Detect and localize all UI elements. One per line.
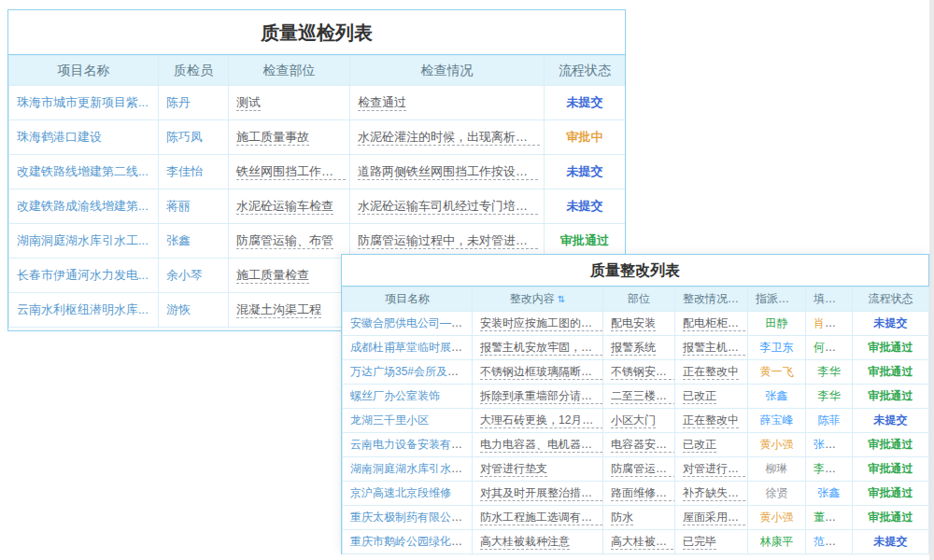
rectify-content-field[interactable]: 对管进行垫支 [480,462,547,477]
rectify-part-field-cell: 防腐管运输... [603,457,675,482]
column-header-label: 部位 [628,292,650,305]
rectify-content-field-cell: 对其及时开展整治措施，桥头... [473,482,603,506]
check-situation-field[interactable]: 防腐管运输过程中，未对管进行... [358,233,538,249]
reporter-name[interactable]: 张鑫 [818,486,841,499]
sort-icon[interactable]: ⇅ [558,294,565,304]
inspection-row: 珠海市城市更新项目紫...陈丹测试检查通过未提交 [9,86,626,120]
rectify-part-field[interactable]: 路面维修检... [611,486,675,501]
rectify-content-field[interactable]: 安装时应按施工图的布置，将... [480,316,603,331]
inspector-name[interactable]: 陈丹 [166,95,191,109]
project-link[interactable]: 湖南洞庭湖水库引水工程施工1标 [350,462,473,475]
reporter-name[interactable]: 董清平 [814,511,847,524]
project-link[interactable]: 龙湖三千里小区 [350,413,429,427]
check-part-field[interactable]: 施工质量检查 [236,268,309,284]
rectify-part-field[interactable]: 电容器安装... [611,438,675,453]
rectify-content-field[interactable]: 报警主机安放牢固，线缆连接... [480,341,603,356]
assignee-name[interactable]: 林康平 [760,535,794,548]
rectify-part-field[interactable]: 不锈钢安装... [611,365,675,380]
rectify-feedback-field-cell: 已改正 [675,433,748,457]
rectify-content-field[interactable]: 高大桂被栽种注意 [480,535,570,550]
rectify-content-field[interactable]: 防水工程施工选调有专业资质... [480,511,603,525]
reporter-name[interactable]: 范思哲 [814,535,847,548]
rectify-content-field[interactable]: 大理石砖更换，12月31日之... [480,413,603,428]
assignee-name[interactable]: 薛宝峰 [760,413,794,427]
rectify-feedback-field[interactable]: 报警主机安放... [683,341,748,356]
rectify-content-field-cell: 安装时应按施工图的布置，将... [473,312,603,336]
inspector-name[interactable]: 陈巧凤 [166,130,203,144]
project-link[interactable]: 螺丝厂办公室装饰 [350,389,440,402]
check-situation-field[interactable]: 水泥砼运输车司机经过专门培训... [358,199,538,215]
project-link[interactable]: 云南水利枢纽潜明水库... [17,302,149,316]
project-link[interactable]: 安徽合肥供电公司—配电设备... [350,316,473,329]
assignee-name[interactable]: 黄一飞 [760,365,794,378]
project-link[interactable]: 重庆市鹅岭公园绿化景观提升... [350,535,473,548]
rectify-feedback-field[interactable]: 屋面采用聚氨... [683,511,748,525]
assignee-name[interactable]: 田静 [766,316,788,329]
rectify-part-field[interactable]: 报警系统 [611,341,656,356]
check-part-field[interactable]: 施工质量事故 [236,130,309,146]
check-part-field[interactable]: 铁丝网围挡工作检查 [236,164,346,180]
project-link[interactable]: 万达广场35#会所及咖啡厅空... [350,365,473,378]
project-link[interactable]: 湖南洞庭湖水库引水工... [17,233,149,247]
rectify-part-field[interactable]: 高大桂被栽种 [611,535,675,550]
project-link[interactable]: 成都杜甫草堂临时展厅独立展... [350,341,473,354]
project-link[interactable]: 珠海鹤港口建设 [17,130,102,144]
rectify-part-field[interactable]: 防腐管运输... [611,462,675,477]
check-part-field[interactable]: 混凝土沟渠工程 [236,302,321,318]
rectify-feedback-field[interactable]: 对管进行垫支 [683,462,748,477]
rectify-part-field[interactable]: 小区大门 [611,413,656,428]
reporter-name[interactable]: 李华 [818,389,841,402]
project-link[interactable]: 云南电力设备安装有限公司20... [350,438,473,451]
inspector-name[interactable]: 余小琴 [166,268,203,282]
assignee-name[interactable]: 黄小强 [760,511,794,524]
rectify-feedback-field[interactable]: 已改正 [683,438,716,453]
rectify-content-field[interactable]: 拆除到承重墙部分请做好加固... [480,389,603,404]
rectify-part-field[interactable]: 配电安装 [611,316,656,331]
reporter-name[interactable]: 李若若 [814,462,847,475]
rectify-content-field[interactable]: 对其及时开展整治措施，桥头... [480,486,603,501]
column-header: 整改内容⇅ [473,287,603,312]
rectify-part-field[interactable]: 防水 [611,511,633,525]
status-badge: 未提交 [567,164,603,178]
check-situation-field[interactable]: 道路两侧铁丝网围挡工作按设计... [358,164,538,180]
project-link[interactable]: 重庆太极制药有限公司亳州中... [350,511,473,524]
rectify-content-field[interactable]: 电力电容器、电机器安装方案... [480,438,603,453]
project-link[interactable]: 珠海市城市更新项目紫... [17,95,149,109]
status-badge: 审批通过 [560,233,609,247]
inspector-name[interactable]: 游恢 [166,302,191,316]
rectify-part-field-cell: 二至三楼混... [603,385,675,409]
assignee-name[interactable]: 柳琳 [766,462,788,475]
reporter-name[interactable]: 肖亚军 [814,316,847,329]
rectify-feedback-field[interactable]: 配电柜柜体与... [683,316,748,331]
check-part-field[interactable]: 防腐管运输、布管 [236,233,333,249]
check-part-field[interactable]: 水泥砼运输车检查 [236,199,333,215]
project-link[interactable]: 京沪高速北京段维修 [350,486,451,499]
reporter-name[interactable]: 何芷萌 [814,341,847,354]
inspector-name[interactable]: 张鑫 [166,233,191,247]
rectify-content-field[interactable]: 不锈钢边框玻璃隔断安装不牢... [480,365,603,380]
rectify-row: 重庆太极制药有限公司亳州中...防水工程施工选调有专业资质...防水屋面采用聚氨… [343,506,929,530]
rectify-feedback-field[interactable]: 正在整改中 [683,365,739,380]
reporter-name-cell: 范思哲 [806,530,853,554]
assignee-name[interactable]: 张鑫 [766,389,788,402]
project-link[interactable]: 改建铁路成渝线增建第... [17,199,149,213]
check-situation-field[interactable]: 检查通过 [358,95,406,111]
project-link[interactable]: 长春市伊通河水力发电... [17,268,149,282]
rectify-part-field[interactable]: 二至三楼混... [611,389,675,404]
assignee-name[interactable]: 李卫东 [760,341,794,354]
inspector-name[interactable]: 李佳怡 [166,164,203,178]
inspector-name[interactable]: 蒋丽 [166,199,191,213]
rectify-feedback-field[interactable]: 正在整改中 [683,413,739,428]
check-part-field[interactable]: 测试 [236,95,261,111]
reporter-name[interactable]: 张小东 [814,438,847,451]
rectify-row: 龙湖三千里小区大理石砖更换，12月31日之...小区大门正在整改中薛宝峰陈菲未提… [343,409,929,433]
check-situation-field[interactable]: 水泥砼灌注的时候，出现离析现象 [358,130,540,146]
rectify-feedback-field[interactable]: 已改正 [683,389,716,404]
rectify-feedback-field[interactable]: 已完毕 [683,535,716,550]
reporter-name[interactable]: 李华 [818,365,841,378]
assignee-name[interactable]: 徐贤 [766,486,788,499]
assignee-name[interactable]: 黄小强 [760,438,794,451]
reporter-name[interactable]: 陈菲 [818,413,841,427]
project-link[interactable]: 改建铁路线增建第二线... [17,164,149,178]
rectify-feedback-field[interactable]: 补齐缺失标志... [683,486,748,501]
